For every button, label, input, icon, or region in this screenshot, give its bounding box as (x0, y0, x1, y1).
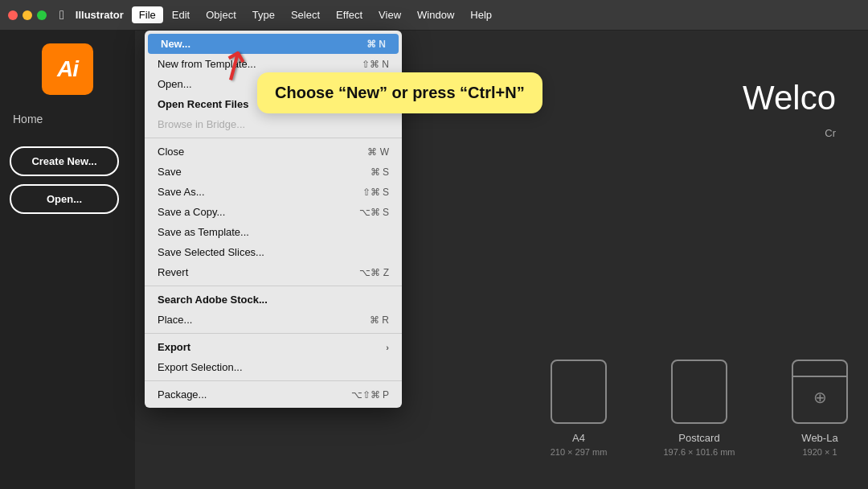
menu-item-new-shortcut: ⌘ N (366, 39, 386, 50)
menu-divider-2 (145, 286, 402, 286)
app-name: Illustrator (76, 9, 124, 21)
tooltip-text: Choose “New” or press “Ctrl+N” (275, 84, 525, 101)
menu-item-save-as-label: Save As... (158, 186, 205, 198)
menu-divider-1 (145, 138, 402, 138)
doc-card-web[interactable]: Web-La 1920 × 1 (772, 360, 868, 457)
traffic-light-green[interactable] (37, 10, 47, 20)
create-new-button[interactable]: Create New... (10, 146, 119, 176)
menu-item-close-shortcut: ⌘ W (367, 146, 389, 158)
doc-icon-postcard (671, 360, 727, 424)
apple-menu[interactable]:  (59, 8, 64, 23)
menubar-item-file[interactable]: File (132, 6, 163, 23)
menu-item-place[interactable]: Place... ⌘ R (145, 310, 402, 330)
menu-item-package[interactable]: Package... ⌥⇧⌘ P (145, 384, 402, 405)
menubar-item-view[interactable]: View (371, 6, 408, 23)
menu-item-revert-shortcut: ⌥⌘ Z (359, 267, 389, 278)
menu-item-package-shortcut: ⌥⇧⌘ P (351, 389, 389, 401)
doc-label-postcard: Postcard (678, 432, 719, 444)
menu-item-save-slices-label: Save Selected Slices... (158, 246, 264, 258)
doc-label-web: Web-La (801, 432, 837, 444)
menu-item-place-shortcut: ⌘ R (370, 314, 389, 326)
doc-cards: A4 210 × 297 mm Postcard 197.6 × 101.6 m… (530, 360, 868, 457)
doc-sublabel-a4: 210 × 297 mm (551, 447, 608, 457)
sidebar: Ai Home Create New... Open... (0, 31, 135, 489)
doc-label-a4: A4 (572, 432, 585, 444)
sidebar-home-label: Home (10, 113, 43, 125)
menu-item-save-copy-label: Save a Copy... (158, 206, 225, 218)
menu-item-export-selection[interactable]: Export Selection... (145, 357, 402, 377)
menu-item-place-label: Place... (158, 314, 192, 326)
traffic-light-yellow[interactable] (23, 10, 32, 20)
menu-item-new[interactable]: New... ⌘ N (148, 34, 399, 54)
menu-divider-4 (145, 380, 402, 381)
menu-item-save-copy[interactable]: Save a Copy... ⌥⌘ S (145, 202, 402, 222)
doc-sublabel-postcard: 197.6 × 101.6 mm (664, 447, 735, 457)
menubar-item-help[interactable]: Help (463, 6, 499, 23)
menu-item-save-template[interactable]: Save as Template... (145, 222, 402, 242)
open-button[interactable]: Open... (10, 184, 119, 214)
menu-item-save-template-label: Save as Template... (158, 226, 249, 238)
menu-item-save-slices[interactable]: Save Selected Slices... (145, 242, 402, 262)
menu-item-export-label: Export (158, 341, 190, 353)
create-section-label: Cr (825, 127, 836, 139)
ai-logo-text: Ai (57, 56, 78, 82)
menu-divider-3 (145, 333, 402, 334)
menu-item-new-template-shortcut: ⇧⌘ N (362, 59, 389, 70)
menu-item-save-as-shortcut: ⇧⌘ S (362, 187, 389, 198)
menu-item-save[interactable]: Save ⌘ S (145, 162, 402, 182)
menu-item-open-label: Open... (158, 78, 192, 90)
export-chevron-right-icon: › (386, 343, 389, 352)
menubar-item-window[interactable]: Window (410, 6, 461, 23)
menu-item-browse-bridge: Browse in Bridge... (145, 114, 402, 134)
menu-item-search-stock-label: Search Adobe Stock... (158, 294, 268, 306)
menu-item-new-template[interactable]: New from Template... ⇧⌘ N (145, 54, 402, 74)
welcome-title: Welco (743, 79, 836, 117)
menu-item-revert[interactable]: Revert ⌥⌘ Z (145, 262, 402, 282)
menubar-item-select[interactable]: Select (284, 6, 327, 23)
menu-item-save-shortcut: ⌘ S (371, 166, 389, 178)
menu-item-export-selection-label: Export Selection... (158, 361, 243, 373)
menu-item-save-label: Save (158, 166, 182, 178)
menu-item-browse-bridge-label: Browse in Bridge... (158, 118, 245, 130)
menu-item-save-as[interactable]: Save As... ⇧⌘ S (145, 182, 402, 202)
menu-item-new-label: New... (161, 38, 190, 50)
ai-logo: Ai (42, 43, 93, 95)
doc-card-a4[interactable]: A4 210 × 297 mm (530, 360, 627, 457)
doc-icon-a4 (551, 360, 607, 424)
menu-item-search-stock[interactable]: Search Adobe Stock... (145, 290, 402, 310)
menu-item-save-copy-shortcut: ⌥⌘ S (359, 207, 389, 218)
traffic-light-red[interactable] (8, 10, 18, 20)
menu-item-revert-label: Revert (158, 266, 188, 278)
menubar-item-type[interactable]: Type (245, 6, 282, 23)
traffic-lights (8, 10, 47, 20)
menubar-item-edit[interactable]: Edit (165, 6, 197, 23)
menu-item-package-label: Package... (158, 388, 207, 401)
tooltip-callout: Choose “New” or press “Ctrl+N” (257, 72, 542, 113)
menubar-item-object[interactable]: Object (199, 6, 244, 23)
menu-item-close-label: Close (158, 146, 184, 158)
menu-item-export[interactable]: Export › (145, 337, 402, 357)
menubar:  Illustrator File Edit Object Type Sele… (0, 0, 868, 31)
menubar-item-effect[interactable]: Effect (329, 6, 370, 23)
menubar-items: File Edit Object Type Select Effect View… (132, 6, 499, 23)
menu-item-close[interactable]: Close ⌘ W (145, 142, 402, 162)
doc-sublabel-web: 1920 × 1 (802, 447, 837, 457)
doc-card-postcard[interactable]: Postcard 197.6 × 101.6 mm (651, 360, 747, 457)
menu-item-open-recent-label: Open Recent Files (158, 98, 248, 110)
doc-icon-web (792, 360, 848, 424)
